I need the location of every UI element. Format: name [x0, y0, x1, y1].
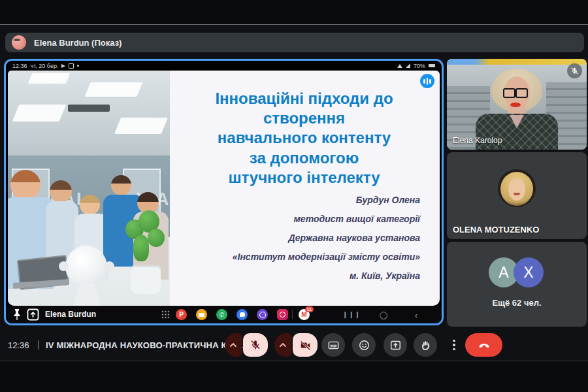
end-call-button[interactable]: [465, 333, 502, 357]
photo-plant: [133, 235, 149, 261]
ceiling-vent: [68, 105, 110, 112]
camera-off-button[interactable]: [293, 333, 318, 357]
photo-robot-arm: [105, 261, 114, 271]
meeting-clock: 12:36: [8, 340, 29, 350]
battery-icon: [429, 64, 435, 67]
camera-off-icon: [299, 339, 312, 351]
credit-line: «Інститут модернізації змісту освіти»: [172, 252, 420, 262]
messages-icon: [237, 309, 248, 320]
ceiling-light: [114, 118, 168, 134]
slide-title-line: за допомогою: [172, 148, 436, 168]
camera-options-button[interactable]: [274, 333, 291, 357]
taskbar-presenter-name: Elena Burdun: [45, 310, 96, 319]
raise-hand-button[interactable]: [414, 333, 437, 357]
recents-nav-icon: ❙❙❙: [342, 311, 361, 318]
photo-person-head: [80, 195, 100, 215]
clock-divider: |: [37, 339, 40, 350]
photo-robot-arm: [59, 261, 69, 271]
folder-icon: [196, 309, 207, 320]
mic-options-button[interactable]: [225, 333, 242, 357]
participant-name: OLENA MOTUZENKO: [453, 225, 539, 235]
battery-percent: 70%: [414, 63, 425, 69]
credit-line: Державна наукова установа: [172, 233, 420, 243]
photo-robot: [65, 246, 107, 287]
gmail-badge: 11: [305, 306, 314, 312]
shared-screen-tile[interactable]: 12:36 чт, 20 бер. 70%: [4, 59, 444, 325]
device-date: чт, 20 бер.: [31, 63, 59, 69]
meet-window: Elena Burdun (Показ) 12:36 чт, 20 бер. 7…: [0, 0, 588, 392]
more-options-button[interactable]: [449, 333, 459, 357]
present-button[interactable]: [384, 333, 407, 357]
initial-letter: X: [523, 264, 533, 282]
photo-person-head: [10, 170, 41, 200]
camera-icon: [277, 309, 288, 320]
screen-share-indicator-icon: [420, 74, 434, 88]
taskbar-divider: [292, 310, 293, 319]
chevron-up-icon: [229, 342, 237, 348]
captions-button[interactable]: [321, 333, 345, 357]
more-participants-label: Ещё 62 чел.: [447, 298, 587, 308]
slide-title-line: штучного інтелекту: [172, 168, 436, 188]
present-screen-icon: [389, 339, 402, 351]
share-screen-icon: [27, 308, 39, 321]
notification-app-icon: [69, 63, 74, 69]
raise-hand-icon: [419, 339, 432, 351]
participant-name: Elena Karolop: [453, 136, 502, 145]
slide-title: Інноваційні підходи до створення навчаль…: [172, 89, 436, 188]
avatar-initial-x: X: [514, 257, 544, 287]
gmail-icon: M 11: [299, 309, 310, 320]
camera-control-group: [274, 333, 318, 357]
end-call-icon: [477, 338, 491, 352]
device-status-bar: 12:36 чт, 20 бер. 70%: [6, 61, 442, 71]
participant-tile-olena-motuzenko[interactable]: OLENA MOTUZENKO: [447, 152, 587, 239]
reactions-button[interactable]: [352, 333, 376, 357]
ceiling-light: [12, 105, 67, 122]
chevron-up-icon: [279, 342, 287, 348]
notification-more-icon: [77, 65, 79, 67]
slide-title-line: створення: [172, 108, 436, 128]
pin-icon: [12, 308, 22, 321]
mic-muted-icon: [567, 63, 582, 78]
mic-mute-button[interactable]: [243, 333, 268, 357]
smiley-icon: [358, 339, 370, 351]
glasses: [515, 88, 528, 98]
avatar: [498, 169, 536, 207]
active-speaker-banner: Elena Burdun (Показ): [5, 33, 584, 52]
photo-ceiling: [8, 71, 170, 155]
slide-photo: AAL INA: [8, 71, 170, 306]
speaker-avatar: [12, 35, 26, 50]
photo-plant: [148, 229, 165, 247]
credit-line: методист вищої категорії: [172, 214, 420, 224]
app-drawer-grid-icon: [161, 310, 170, 319]
credit-line: м. Київ, Україна: [172, 270, 420, 281]
slide-title-line: навчального контенту: [172, 128, 436, 148]
back-nav-icon: ‹: [415, 311, 417, 320]
glasses: [503, 88, 515, 98]
phone-app-icon: ✆: [216, 309, 227, 320]
initial-letter: A: [498, 264, 508, 282]
bottom-divider: [0, 361, 588, 361]
participant-tile-overflow[interactable]: A X Ещё 62 чел.: [447, 242, 587, 327]
speaker-name: Elena Burdun (Показ): [34, 38, 122, 48]
bg-flag-stripe: [447, 59, 587, 65]
wifi-icon: [397, 64, 402, 68]
home-nav-icon: ◯: [380, 311, 387, 319]
slide-credits: Бурдун Олена методист вищої категорії Де…: [172, 195, 420, 289]
phone-screenshot: 12:36 чт, 20 бер. 70%: [6, 61, 442, 323]
mic-control-group: [225, 333, 268, 357]
pinterest-icon: P: [176, 309, 187, 320]
ceiling-light: [28, 73, 70, 84]
signal-icon: [406, 63, 410, 68]
credit-line: Бурдун Олена: [172, 195, 420, 205]
notification-send-icon: [61, 64, 65, 68]
avatar-face: [508, 178, 525, 201]
browser-icon: [257, 309, 268, 320]
device-clock: 12:36: [12, 63, 27, 69]
participant-tile-elena-karolop[interactable]: Elena Karolop: [447, 59, 587, 150]
presentation-slide: AAL INA: [8, 71, 440, 306]
mic-off-icon: [250, 339, 261, 351]
captions-icon: [327, 339, 340, 351]
participant-lips: [510, 103, 521, 107]
photo-person-head: [50, 180, 72, 203]
ceiling-light: [85, 82, 143, 97]
